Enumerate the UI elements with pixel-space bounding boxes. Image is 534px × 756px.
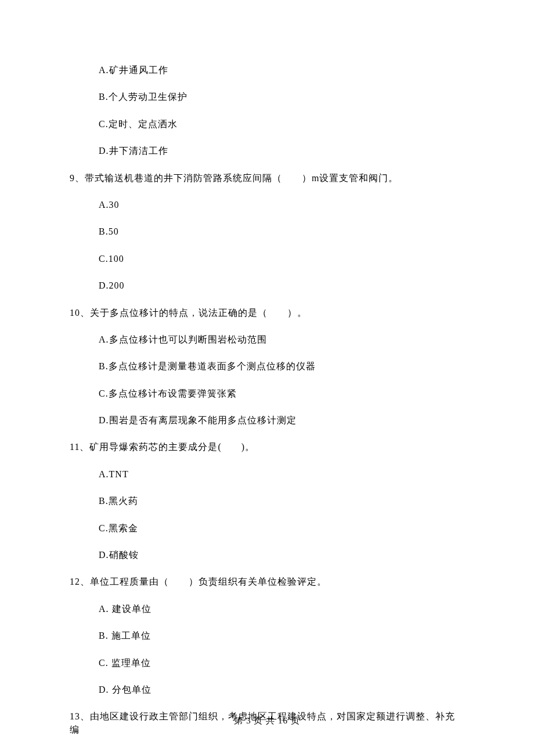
question-11-stem: 11、矿用导爆索药芯的主要成分是( )。 [70, 441, 464, 453]
question-9-stem: 9、带式输送机巷道的井下消防管路系统应间隔（ ）m设置支管和阀门。 [70, 172, 464, 185]
q12-option-a: A. 建设单位 [99, 603, 464, 615]
question-12-options: A. 建设单位 B. 施工单位 C. 监理单位 D. 分包单位 [70, 603, 464, 697]
q12-option-b: B. 施工单位 [99, 629, 464, 642]
q10-option-b: B.多点位移计是测量巷道表面多个测点位移的仪器 [99, 360, 464, 373]
q11-option-d: D.硝酸铵 [99, 549, 464, 561]
q9-option-a: A.30 [99, 199, 464, 211]
q12-option-c: C. 监理单位 [99, 657, 464, 669]
question-12-stem: 12、单位工程质量由（ ）负责组织有关单位检验评定。 [70, 575, 464, 588]
question-9-options: A.30 B.50 C.100 D.200 [70, 199, 464, 293]
question-8-options: A.矿井通风工作 B.个人劳动卫生保护 C.定时、定点洒水 D.井下清洁工作 [70, 64, 464, 158]
question-10-stem: 10、关于多点位移计的特点，说法正确的是（ ）。 [70, 307, 464, 319]
q9-option-c: C.100 [99, 253, 464, 265]
q12-stem-text: 12、单位工程质量由（ ）负责组织有关单位检验评定。 [70, 577, 327, 586]
q11-option-c: C.黑索金 [99, 522, 464, 535]
q9-option-d: D.200 [99, 279, 464, 292]
q8-option-c: C.定时、定点洒水 [99, 118, 464, 131]
q8-option-b: B.个人劳动卫生保护 [99, 91, 464, 103]
q12-option-d: D. 分包单位 [99, 683, 464, 696]
q10-option-d: D.围岩是否有离层现象不能用多点位移计测定 [99, 414, 464, 427]
page-footer: 第 3 页 共 16 页 [0, 715, 534, 727]
q8-option-a: A.矿井通风工作 [99, 64, 464, 77]
q10-stem-text: 10、关于多点位移计的特点，说法正确的是（ ）。 [70, 308, 307, 318]
question-11-options: A.TNT B.黑火药 C.黑索金 D.硝酸铵 [70, 468, 464, 562]
q10-option-a: A.多点位移计也可以判断围岩松动范围 [99, 333, 464, 346]
q11-option-b: B.黑火药 [99, 495, 464, 507]
q11-stem-text: 11、矿用导爆索药芯的主要成分是( )。 [70, 442, 255, 452]
q8-option-d: D.井下清洁工作 [99, 145, 464, 157]
q9-option-b: B.50 [99, 225, 464, 238]
q9-stem-text: 9、带式输送机巷道的井下消防管路系统应间隔（ ）m设置支管和阀门。 [70, 173, 398, 183]
q10-option-c: C.多点位移计布设需要弹簧张紧 [99, 387, 464, 400]
question-10-options: A.多点位移计也可以判断围岩松动范围 B.多点位移计是测量巷道表面多个测点位移的… [70, 333, 464, 427]
q11-option-a: A.TNT [99, 468, 464, 481]
